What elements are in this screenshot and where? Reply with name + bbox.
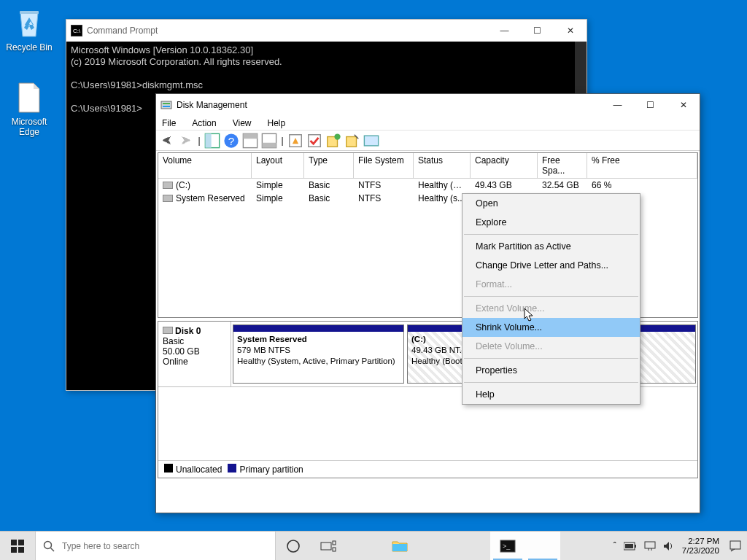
svg-rect-26: [333, 541, 336, 545]
cortana-button[interactable]: [276, 532, 311, 560]
disk-mgmt-icon: [160, 99, 172, 111]
svg-rect-17: [364, 136, 378, 146]
help-icon[interactable]: ?: [223, 133, 239, 149]
titlebar[interactable]: C:\ Command Prompt — ☐ ✕: [66, 20, 587, 42]
maximize-button[interactable]: ☐: [521, 20, 554, 42]
ctx-properties[interactable]: Properties: [462, 361, 640, 380]
toolbar: ⮜ ⮞ | ? |: [156, 131, 700, 151]
volume-list-header: Volume Layout Type File System Status Ca…: [158, 153, 697, 179]
search-icon: [43, 540, 55, 552]
tray-overflow-icon[interactable]: ˆ: [614, 541, 616, 551]
properties-icon[interactable]: [363, 133, 379, 149]
ctx-open[interactable]: Open: [462, 194, 640, 213]
cmd-icon: C:\: [71, 25, 82, 36]
taskbar-clock[interactable]: 2:27 PM 7/23/2020: [682, 537, 722, 556]
svg-rect-5: [205, 133, 211, 147]
col-freespace[interactable]: Free Spa...: [538, 153, 587, 179]
minimize-button[interactable]: —: [601, 94, 634, 116]
folder-icon: [392, 540, 408, 553]
drive-icon: [163, 195, 173, 202]
titlebar[interactable]: Disk Management — ☐ ✕: [156, 94, 700, 116]
ctx-help[interactable]: Help: [462, 385, 640, 404]
window-title-text: Command Prompt: [87, 26, 158, 36]
col-volume[interactable]: Volume: [158, 153, 252, 179]
svg-rect-34: [645, 542, 655, 548]
start-button[interactable]: [0, 532, 35, 560]
task-view-button[interactable]: [311, 532, 346, 560]
ctx-separator: [464, 382, 638, 383]
desktop-icon-ms-edge[interactable]: Microsoft Edge: [2, 80, 56, 137]
toolbar-view-icon[interactable]: [204, 133, 220, 149]
col-status[interactable]: Status: [414, 153, 471, 179]
svg-text:?: ?: [228, 134, 234, 147]
svg-rect-0: [20, 11, 39, 14]
toolbar-layout-bottom-icon[interactable]: [261, 133, 277, 149]
taskbar-app-disk-mgmt[interactable]: [525, 532, 560, 560]
ctx-format: Format...: [462, 275, 640, 294]
menu-action[interactable]: Action: [189, 118, 219, 128]
col-type[interactable]: Type: [304, 153, 354, 179]
partition-system-reserved[interactable]: System Reserved 579 MB NTFS Healthy (Sys…: [233, 324, 404, 384]
svg-line-23: [51, 548, 55, 551]
close-button[interactable]: ✕: [554, 20, 587, 42]
svg-rect-2: [163, 103, 170, 104]
system-tray: ˆ 2:27 PM 7/23/2020: [608, 532, 747, 560]
toolbar-layout-top-icon[interactable]: [242, 133, 258, 149]
menu-help[interactable]: Help: [265, 118, 289, 128]
svg-rect-13: [309, 134, 321, 147]
col-filesystem[interactable]: File System: [354, 153, 414, 179]
taskbar: Type here to search >_ ˆ 2:27 PM 7/23/20…: [0, 531, 747, 560]
forward-button[interactable]: ⮞: [178, 133, 194, 149]
toolbar-separator: |: [280, 133, 285, 149]
svg-rect-37: [730, 541, 740, 549]
svg-point-24: [287, 540, 299, 552]
maximize-button[interactable]: ☐: [634, 94, 667, 116]
desktop-icon-label: Microsoft Edge: [2, 117, 56, 137]
volume-row[interactable]: (C:) Simple Basic NTFS Healthy (B... 49.…: [158, 179, 697, 192]
volume-icon[interactable]: [663, 541, 675, 551]
svg-rect-9: [243, 133, 257, 139]
disk-icon: [163, 327, 173, 334]
legend: Unallocated Primary partition: [158, 460, 697, 478]
window-title-text: Disk Management: [177, 100, 247, 110]
wizard-icon[interactable]: [344, 133, 360, 149]
menu-view[interactable]: View: [230, 118, 255, 128]
settings-icon[interactable]: [287, 133, 303, 149]
ctx-separator: [464, 234, 638, 235]
search-placeholder: Type here to search: [62, 541, 139, 551]
action-center-icon[interactable]: [729, 540, 741, 552]
ctx-delete-volume: Delete Volume...: [462, 337, 640, 356]
minimize-button[interactable]: —: [488, 20, 521, 42]
ctx-change-letter[interactable]: Change Drive Letter and Paths...: [462, 256, 640, 275]
task-view-icon: [320, 540, 336, 552]
svg-rect-21: [18, 547, 24, 553]
refresh-ok-icon[interactable]: [306, 133, 322, 149]
close-button[interactable]: ✕: [667, 94, 700, 116]
ctx-shrink-volume[interactable]: Shrink Volume...: [462, 318, 640, 337]
svg-rect-28: [392, 544, 407, 551]
svg-rect-32: [635, 545, 636, 548]
desktop-icon-label: Recycle Bin: [2, 42, 56, 52]
svg-rect-18: [11, 540, 17, 545]
taskbar-search[interactable]: Type here to search: [35, 532, 276, 560]
ctx-extend-volume: Extend Volume...: [462, 299, 640, 318]
taskbar-app-cmd[interactable]: >_: [490, 532, 525, 560]
taskbar-app-file-explorer[interactable]: [382, 532, 417, 560]
battery-icon[interactable]: [624, 542, 637, 551]
svg-rect-3: [163, 106, 170, 107]
disk-info[interactable]: Disk 0 Basic 50.00 GB Online: [158, 322, 231, 386]
svg-text:>_: >_: [503, 542, 511, 550]
network-icon[interactable]: [644, 541, 656, 551]
new-partition-icon[interactable]: [325, 133, 341, 149]
col-layout[interactable]: Layout: [252, 153, 304, 179]
col-pctfree[interactable]: % Free: [587, 153, 697, 179]
legend-swatch-primary: [228, 464, 236, 472]
menu-file[interactable]: File: [159, 118, 179, 128]
col-capacity[interactable]: Capacity: [471, 153, 538, 179]
desktop-icon-recycle-bin[interactable]: Recycle Bin: [2, 6, 56, 52]
svg-point-22: [44, 541, 52, 548]
back-button[interactable]: ⮜: [159, 133, 175, 149]
ctx-mark-active[interactable]: Mark Partition as Active: [462, 237, 640, 256]
ctx-explore[interactable]: Explore: [462, 213, 640, 232]
menubar: File Action View Help: [156, 116, 700, 131]
